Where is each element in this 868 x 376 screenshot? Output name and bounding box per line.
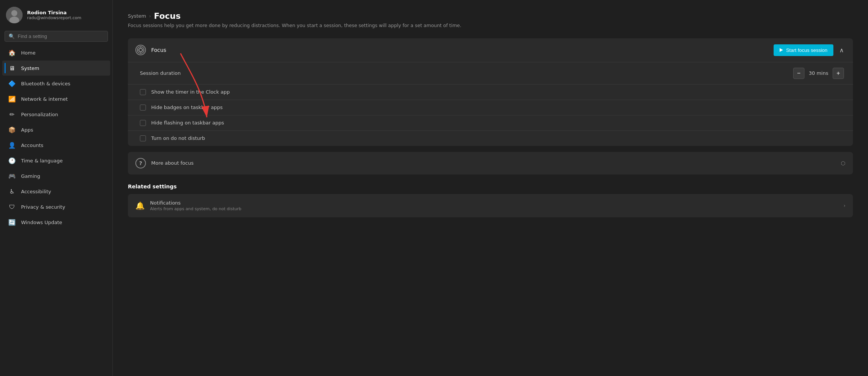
nav-label-gaming: Gaming [21, 173, 40, 179]
external-link-icon: ⬡ [841, 160, 845, 166]
chevron-right-icon-0: › [844, 203, 845, 208]
related-name-0: Notifications [150, 200, 241, 206]
checkbox-hide-badges[interactable] [140, 105, 146, 111]
checkbox-do-not-disturb[interactable] [140, 135, 146, 141]
sidebar-item-personalization[interactable]: ✏️ Personalization [2, 107, 110, 122]
focus-header-left: Focus [135, 45, 166, 55]
page-description: Focus sessions help you get more done by… [128, 22, 466, 29]
sidebar-item-bluetooth[interactable]: 🔷 Bluetooth & devices [2, 76, 110, 91]
minus-icon: − [797, 70, 800, 77]
nav-icon-accessibility: ♿ [8, 188, 16, 195]
related-left-0: 🔔 Notifications Alerts from apps and sys… [135, 200, 241, 211]
collapse-button[interactable]: ∧ [838, 45, 845, 55]
nav-icon-gaming: 🎮 [8, 172, 16, 180]
duration-plus-button[interactable]: + [833, 68, 844, 79]
focus-label: Focus [151, 47, 166, 53]
checkbox-label-show-timer: Show the timer in the Clock app [151, 89, 230, 95]
sidebar-item-accounts[interactable]: 👤 Accounts [2, 138, 110, 153]
nav-label-network: Network & internet [21, 96, 68, 102]
question-icon: ? [135, 158, 146, 168]
session-duration-label: Session duration [140, 70, 181, 76]
sidebar-item-apps[interactable]: 📦 Apps [2, 122, 110, 137]
breadcrumb-chevron: › [149, 14, 151, 19]
start-focus-button[interactable]: Start focus session [774, 44, 833, 56]
nav-icon-accounts: 👤 [8, 141, 16, 149]
notification-icon: 🔔 [135, 201, 145, 210]
nav-icon-time: 🕐 [8, 157, 16, 164]
nav-icon-bluetooth: 🔷 [8, 80, 16, 87]
duration-value: 30 mins [808, 70, 829, 76]
nav-label-windows-update: Windows Update [21, 220, 62, 225]
nav-label-personalization: Personalization [21, 112, 58, 117]
focus-expanded: Session duration − 30 mins + Show the ti… [128, 62, 853, 146]
checkbox-label-do-not-disturb: Turn on do not disturb [151, 135, 205, 141]
svg-point-5 [139, 49, 142, 52]
more-focus-card: ? More about focus ⬡ [128, 152, 853, 174]
focus-icon [135, 45, 146, 55]
more-focus-left: ? More about focus [135, 158, 194, 168]
nav-label-home: Home [21, 50, 35, 56]
duration-minus-button[interactable]: − [793, 68, 804, 79]
nav-icon-apps: 📦 [8, 126, 16, 133]
checkbox-hide-flashing[interactable] [140, 120, 146, 126]
checkbox-row-do-not-disturb: Turn on do not disturb [128, 131, 853, 146]
breadcrumb-current: Focus [154, 11, 181, 21]
search-icon: 🔍 [9, 33, 15, 39]
more-focus-label: More about focus [151, 160, 194, 166]
checkbox-show-timer[interactable] [140, 89, 146, 95]
nav-label-privacy: Privacy & security [21, 204, 65, 210]
plus-icon: + [836, 70, 840, 77]
related-text-0: Notifications Alerts from apps and syste… [150, 200, 241, 211]
sidebar-item-time[interactable]: 🕐 Time & language [2, 153, 110, 168]
nav-label-apps: Apps [21, 127, 33, 133]
play-icon [780, 48, 783, 52]
content-wrapper: Focus Start focus session ∧ Session dura… [128, 38, 853, 217]
sidebar-item-gaming[interactable]: 🎮 Gaming [2, 168, 110, 183]
search-box[interactable]: 🔍 [5, 31, 108, 42]
nav-icon-home: 🏠 [8, 49, 16, 56]
svg-point-1 [11, 10, 17, 16]
related-desc-0: Alerts from apps and system, do not dist… [150, 206, 241, 211]
nav-icon-network: 📶 [8, 95, 16, 103]
sidebar-item-network[interactable]: 📶 Network & internet [2, 91, 110, 106]
nav-label-system: System [21, 65, 39, 71]
related-items-container: 🔔 Notifications Alerts from apps and sys… [128, 194, 853, 217]
breadcrumb-parent[interactable]: System [128, 13, 146, 19]
avatar-image [6, 7, 23, 23]
session-duration-row: Session duration − 30 mins + [128, 62, 853, 85]
related-settings-card: 🔔 Notifications Alerts from apps and sys… [128, 194, 853, 217]
checkbox-row-hide-flashing: Hide flashing on taskbar apps [128, 115, 853, 131]
checkbox-row-show-timer: Show the timer in the Clock app [128, 85, 853, 100]
sidebar-item-privacy[interactable]: 🛡 Privacy & security [2, 199, 110, 214]
sidebar-item-windows-update[interactable]: 🔄 Windows Update [2, 215, 110, 230]
user-email: radu@windowsreport.com [27, 15, 81, 20]
avatar [6, 7, 23, 23]
sidebar-nav: 🏠 Home 🖥 System 🔷 Bluetooth & devices 📶 … [0, 45, 112, 230]
user-info: Rodion Tirsina radu@windowsreport.com [27, 10, 81, 20]
nav-label-accessibility: Accessibility [21, 189, 51, 194]
nav-icon-system: 🖥 [8, 64, 16, 72]
user-profile: Rodion Tirsina radu@windowsreport.com [0, 0, 112, 29]
nav-label-accounts: Accounts [21, 143, 43, 148]
checkbox-label-hide-badges: Hide badges on taskbar apps [151, 105, 223, 110]
checkbox-row-hide-badges: Hide badges on taskbar apps [128, 100, 853, 115]
nav-label-time: Time & language [21, 158, 63, 164]
focus-card: Focus Start focus session ∧ Session dura… [128, 38, 853, 146]
nav-icon-personalization: ✏️ [8, 111, 16, 118]
search-input[interactable] [18, 33, 104, 39]
sidebar: Rodion Tirsina radu@windowsreport.com 🔍 … [0, 0, 113, 376]
sidebar-item-system[interactable]: 🖥 System [2, 61, 110, 76]
breadcrumb: System › Focus [128, 11, 853, 21]
focus-header[interactable]: Focus Start focus session ∧ [128, 38, 853, 62]
nav-label-bluetooth: Bluetooth & devices [21, 81, 70, 86]
checkbox-label-hide-flashing: Hide flashing on taskbar apps [151, 120, 224, 126]
sidebar-item-accessibility[interactable]: ♿ Accessibility [2, 184, 110, 199]
focus-header-right: Start focus session ∧ [774, 44, 845, 56]
main-content: System › Focus Focus sessions help you g… [113, 0, 868, 376]
start-focus-label: Start focus session [786, 47, 827, 53]
nav-icon-windows-update: 🔄 [8, 218, 16, 226]
more-focus-row[interactable]: ? More about focus ⬡ [128, 152, 853, 174]
related-settings-title: Related settings [128, 183, 853, 190]
sidebar-item-home[interactable]: 🏠 Home [2, 45, 110, 60]
related-row-0[interactable]: 🔔 Notifications Alerts from apps and sys… [128, 194, 853, 217]
